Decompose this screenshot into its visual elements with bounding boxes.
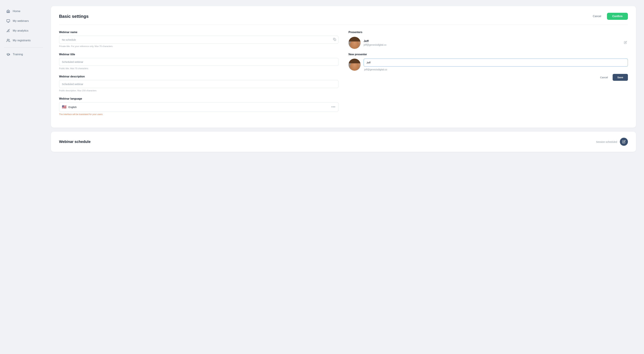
webinar-description-section: Webinar description Public description. …: [59, 75, 338, 92]
presenter-row: Jeff jeff@genesisdigital.co: [348, 37, 628, 49]
language-value: English: [68, 106, 77, 108]
webinar-description-label: Webinar description: [59, 75, 338, 78]
sidebar-item-my-webinars[interactable]: My webinars: [0, 17, 47, 26]
basic-settings-card: Basic settings Cancel Confirm Webinar na…: [51, 6, 636, 128]
flag-icon: 🇺🇸: [62, 105, 66, 109]
webinar-description-input[interactable]: [59, 80, 338, 88]
sidebar-divider: [4, 47, 43, 48]
webinar-title-section: Webinar title Public title. Max 70 chara…: [59, 53, 338, 70]
new-presenter-row: jeff@genesisdigital.co Cancel Save: [348, 59, 628, 81]
presenter-name: Jeff: [364, 40, 620, 43]
sidebar-item-training-label: Training: [13, 53, 23, 56]
webinar-name-wrapper: [59, 36, 338, 44]
sidebar-item-home[interactable]: Home: [0, 7, 47, 16]
svg-rect-0: [7, 20, 10, 22]
svg-point-6: [7, 39, 8, 40]
cancel-button[interactable]: Cancel: [590, 13, 604, 20]
presenter-info: Jeff jeff@genesisdigital.co: [364, 40, 620, 46]
sidebar-item-my-analytics[interactable]: My analytics: [0, 26, 47, 35]
more-options-icon[interactable]: •••: [332, 105, 336, 109]
webinar-language-label: Webinar language: [59, 97, 338, 100]
sidebar-item-my-registrants-label: My registrants: [13, 39, 31, 42]
header-actions: Cancel Confirm: [590, 13, 628, 20]
card-body: Webinar name Private title. For your ref…: [59, 31, 628, 121]
analytics-icon: [6, 29, 10, 33]
webinar-schedule-card: Webinar schedule Session scheduled: [51, 132, 636, 152]
card-header: Basic settings Cancel Confirm: [59, 13, 628, 25]
registrants-icon: [6, 38, 10, 43]
webinars-icon: [6, 19, 10, 23]
confirm-button[interactable]: Confirm: [607, 13, 628, 20]
avatar: [348, 37, 360, 49]
training-icon: [6, 52, 10, 57]
schedule-right: Session scheduled: [596, 138, 628, 146]
new-presenter-cancel-button[interactable]: Cancel: [598, 74, 611, 80]
webinar-name-input[interactable]: [59, 36, 338, 44]
schedule-title: Webinar schedule: [59, 139, 90, 144]
new-presenter-name-input[interactable]: [364, 59, 628, 67]
schedule-status: Session scheduled: [596, 140, 617, 143]
webinar-title-hint: Public title. Max 70 characters.: [59, 67, 338, 70]
schedule-edit-button[interactable]: [620, 138, 628, 146]
main-content: Basic settings Cancel Confirm Webinar na…: [47, 0, 644, 354]
home-icon: [6, 9, 10, 14]
presenters-section: Presenters Jeff: [348, 31, 628, 81]
language-left: 🇺🇸 English: [62, 105, 77, 109]
new-presenter-label: New presenter: [348, 53, 628, 56]
sidebar-item-my-webinars-label: My webinars: [13, 19, 29, 23]
sidebar-item-training[interactable]: Training: [0, 50, 47, 59]
edit-presenter-icon[interactable]: [623, 40, 628, 46]
sidebar: Home My webinars My analytics: [0, 0, 47, 354]
new-presenter-avatar: [348, 59, 360, 71]
left-column: Webinar name Private title. For your ref…: [59, 31, 338, 121]
copy-icon: [333, 38, 336, 42]
webinar-title-label: Webinar title: [59, 53, 338, 56]
language-selector[interactable]: 🇺🇸 English •••: [59, 102, 338, 112]
webinar-language-section: Webinar language 🇺🇸 English ••• The inte…: [59, 97, 338, 115]
new-presenter-actions: Cancel Save: [364, 74, 628, 81]
new-presenter-form: jeff@genesisdigital.co Cancel Save: [364, 59, 628, 81]
webinar-description-hint: Public description. Max 150 characters: [59, 89, 338, 92]
webinar-name-hint: Private title. For your reference only. …: [59, 45, 338, 48]
webinar-name-label: Webinar name: [59, 31, 338, 34]
presenters-label: Presenters: [348, 31, 628, 34]
new-presenter-save-button[interactable]: Save: [613, 74, 628, 81]
right-column: Presenters Jeff: [348, 31, 628, 121]
sidebar-item-my-analytics-label: My analytics: [13, 29, 28, 32]
sidebar-item-home-label: Home: [13, 10, 20, 13]
presenter-email: jeff@genesisdigital.co: [364, 44, 620, 46]
svg-rect-7: [334, 39, 336, 41]
page-title: Basic settings: [59, 14, 88, 19]
sidebar-item-my-registrants[interactable]: My registrants: [0, 36, 47, 45]
new-presenter-email: jeff@genesisdigital.co: [364, 68, 628, 71]
language-hint: The interface will be translated for you…: [59, 113, 338, 115]
webinar-title-input[interactable]: [59, 58, 338, 66]
webinar-name-section: Webinar name Private title. For your ref…: [59, 31, 338, 48]
